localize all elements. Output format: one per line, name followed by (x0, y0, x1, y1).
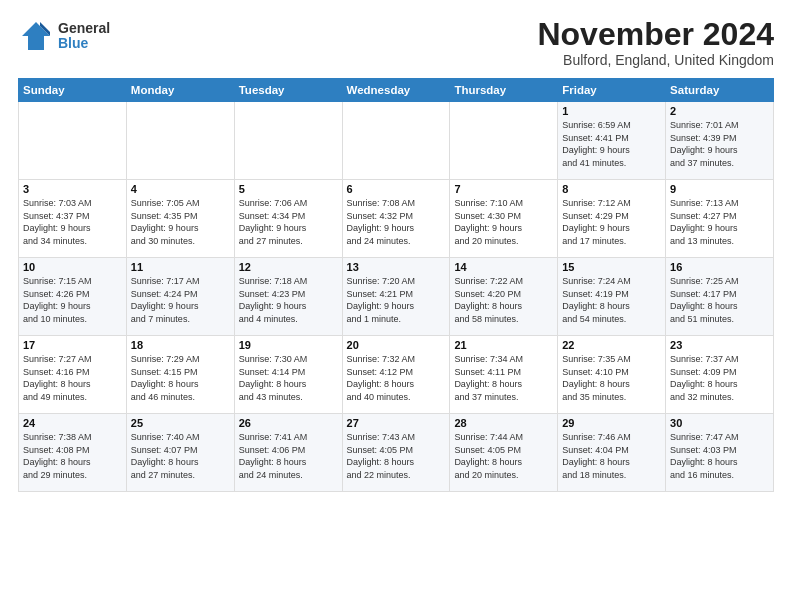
day-number: 30 (670, 417, 769, 429)
week-row-5: 24Sunrise: 7:38 AM Sunset: 4:08 PM Dayli… (19, 414, 774, 492)
cell-5-3: 26Sunrise: 7:41 AM Sunset: 4:06 PM Dayli… (234, 414, 342, 492)
week-row-1: 1Sunrise: 6:59 AM Sunset: 4:41 PM Daylig… (19, 102, 774, 180)
day-info: Sunrise: 6:59 AM Sunset: 4:41 PM Dayligh… (562, 119, 661, 169)
day-number: 20 (347, 339, 446, 351)
cell-1-1 (19, 102, 127, 180)
day-number: 29 (562, 417, 661, 429)
cell-4-4: 20Sunrise: 7:32 AM Sunset: 4:12 PM Dayli… (342, 336, 450, 414)
day-info: Sunrise: 7:27 AM Sunset: 4:16 PM Dayligh… (23, 353, 122, 403)
day-info: Sunrise: 7:41 AM Sunset: 4:06 PM Dayligh… (239, 431, 338, 481)
day-number: 12 (239, 261, 338, 273)
day-number: 25 (131, 417, 230, 429)
day-info: Sunrise: 7:40 AM Sunset: 4:07 PM Dayligh… (131, 431, 230, 481)
day-info: Sunrise: 7:43 AM Sunset: 4:05 PM Dayligh… (347, 431, 446, 481)
cell-1-5 (450, 102, 558, 180)
cell-5-7: 30Sunrise: 7:47 AM Sunset: 4:03 PM Dayli… (666, 414, 774, 492)
day-number: 1 (562, 105, 661, 117)
header: General Blue November 2024 Bulford, Engl… (18, 18, 774, 68)
cell-1-6: 1Sunrise: 6:59 AM Sunset: 4:41 PM Daylig… (558, 102, 666, 180)
day-number: 10 (23, 261, 122, 273)
day-info: Sunrise: 7:30 AM Sunset: 4:14 PM Dayligh… (239, 353, 338, 403)
day-number: 7 (454, 183, 553, 195)
cell-3-2: 11Sunrise: 7:17 AM Sunset: 4:24 PM Dayli… (126, 258, 234, 336)
day-info: Sunrise: 7:01 AM Sunset: 4:39 PM Dayligh… (670, 119, 769, 169)
cell-5-6: 29Sunrise: 7:46 AM Sunset: 4:04 PM Dayli… (558, 414, 666, 492)
page: General Blue November 2024 Bulford, Engl… (0, 0, 792, 612)
day-info: Sunrise: 7:22 AM Sunset: 4:20 PM Dayligh… (454, 275, 553, 325)
col-header-monday: Monday (126, 79, 234, 102)
day-number: 2 (670, 105, 769, 117)
col-header-thursday: Thursday (450, 79, 558, 102)
calendar-table: SundayMondayTuesdayWednesdayThursdayFrid… (18, 78, 774, 492)
cell-5-4: 27Sunrise: 7:43 AM Sunset: 4:05 PM Dayli… (342, 414, 450, 492)
cell-2-2: 4Sunrise: 7:05 AM Sunset: 4:35 PM Daylig… (126, 180, 234, 258)
cell-2-1: 3Sunrise: 7:03 AM Sunset: 4:37 PM Daylig… (19, 180, 127, 258)
day-info: Sunrise: 7:12 AM Sunset: 4:29 PM Dayligh… (562, 197, 661, 247)
day-info: Sunrise: 7:37 AM Sunset: 4:09 PM Dayligh… (670, 353, 769, 403)
cell-3-4: 13Sunrise: 7:20 AM Sunset: 4:21 PM Dayli… (342, 258, 450, 336)
col-header-wednesday: Wednesday (342, 79, 450, 102)
cell-2-3: 5Sunrise: 7:06 AM Sunset: 4:34 PM Daylig… (234, 180, 342, 258)
cell-4-7: 23Sunrise: 7:37 AM Sunset: 4:09 PM Dayli… (666, 336, 774, 414)
day-info: Sunrise: 7:32 AM Sunset: 4:12 PM Dayligh… (347, 353, 446, 403)
cell-4-2: 18Sunrise: 7:29 AM Sunset: 4:15 PM Dayli… (126, 336, 234, 414)
day-info: Sunrise: 7:46 AM Sunset: 4:04 PM Dayligh… (562, 431, 661, 481)
day-info: Sunrise: 7:20 AM Sunset: 4:21 PM Dayligh… (347, 275, 446, 325)
logo-icon (18, 18, 54, 54)
cell-2-5: 7Sunrise: 7:10 AM Sunset: 4:30 PM Daylig… (450, 180, 558, 258)
week-row-3: 10Sunrise: 7:15 AM Sunset: 4:26 PM Dayli… (19, 258, 774, 336)
day-info: Sunrise: 7:24 AM Sunset: 4:19 PM Dayligh… (562, 275, 661, 325)
cell-1-2 (126, 102, 234, 180)
cell-4-3: 19Sunrise: 7:30 AM Sunset: 4:14 PM Dayli… (234, 336, 342, 414)
day-number: 28 (454, 417, 553, 429)
cell-1-7: 2Sunrise: 7:01 AM Sunset: 4:39 PM Daylig… (666, 102, 774, 180)
day-number: 18 (131, 339, 230, 351)
day-number: 4 (131, 183, 230, 195)
day-info: Sunrise: 7:47 AM Sunset: 4:03 PM Dayligh… (670, 431, 769, 481)
day-number: 3 (23, 183, 122, 195)
day-number: 27 (347, 417, 446, 429)
day-info: Sunrise: 7:34 AM Sunset: 4:11 PM Dayligh… (454, 353, 553, 403)
day-number: 13 (347, 261, 446, 273)
cell-3-5: 14Sunrise: 7:22 AM Sunset: 4:20 PM Dayli… (450, 258, 558, 336)
location: Bulford, England, United Kingdom (537, 52, 774, 68)
day-number: 23 (670, 339, 769, 351)
cell-5-2: 25Sunrise: 7:40 AM Sunset: 4:07 PM Dayli… (126, 414, 234, 492)
day-number: 15 (562, 261, 661, 273)
cell-1-3 (234, 102, 342, 180)
day-number: 5 (239, 183, 338, 195)
day-info: Sunrise: 7:38 AM Sunset: 4:08 PM Dayligh… (23, 431, 122, 481)
cell-3-1: 10Sunrise: 7:15 AM Sunset: 4:26 PM Dayli… (19, 258, 127, 336)
day-info: Sunrise: 7:13 AM Sunset: 4:27 PM Dayligh… (670, 197, 769, 247)
day-info: Sunrise: 7:25 AM Sunset: 4:17 PM Dayligh… (670, 275, 769, 325)
col-header-sunday: Sunday (19, 79, 127, 102)
day-number: 11 (131, 261, 230, 273)
day-info: Sunrise: 7:29 AM Sunset: 4:15 PM Dayligh… (131, 353, 230, 403)
day-number: 8 (562, 183, 661, 195)
week-row-4: 17Sunrise: 7:27 AM Sunset: 4:16 PM Dayli… (19, 336, 774, 414)
day-info: Sunrise: 7:44 AM Sunset: 4:05 PM Dayligh… (454, 431, 553, 481)
cell-4-5: 21Sunrise: 7:34 AM Sunset: 4:11 PM Dayli… (450, 336, 558, 414)
title-block: November 2024 Bulford, England, United K… (537, 18, 774, 68)
day-number: 9 (670, 183, 769, 195)
cell-3-3: 12Sunrise: 7:18 AM Sunset: 4:23 PM Dayli… (234, 258, 342, 336)
cell-2-4: 6Sunrise: 7:08 AM Sunset: 4:32 PM Daylig… (342, 180, 450, 258)
day-number: 16 (670, 261, 769, 273)
day-number: 6 (347, 183, 446, 195)
cell-1-4 (342, 102, 450, 180)
day-info: Sunrise: 7:18 AM Sunset: 4:23 PM Dayligh… (239, 275, 338, 325)
cell-5-5: 28Sunrise: 7:44 AM Sunset: 4:05 PM Dayli… (450, 414, 558, 492)
col-header-tuesday: Tuesday (234, 79, 342, 102)
day-info: Sunrise: 7:03 AM Sunset: 4:37 PM Dayligh… (23, 197, 122, 247)
cell-3-7: 16Sunrise: 7:25 AM Sunset: 4:17 PM Dayli… (666, 258, 774, 336)
cell-4-6: 22Sunrise: 7:35 AM Sunset: 4:10 PM Dayli… (558, 336, 666, 414)
cell-2-7: 9Sunrise: 7:13 AM Sunset: 4:27 PM Daylig… (666, 180, 774, 258)
header-row: SundayMondayTuesdayWednesdayThursdayFrid… (19, 79, 774, 102)
day-number: 21 (454, 339, 553, 351)
day-number: 17 (23, 339, 122, 351)
logo-blue: Blue (58, 36, 110, 51)
col-header-saturday: Saturday (666, 79, 774, 102)
day-info: Sunrise: 7:05 AM Sunset: 4:35 PM Dayligh… (131, 197, 230, 247)
logo-general: General (58, 21, 110, 36)
logo-text: General Blue (58, 21, 110, 52)
